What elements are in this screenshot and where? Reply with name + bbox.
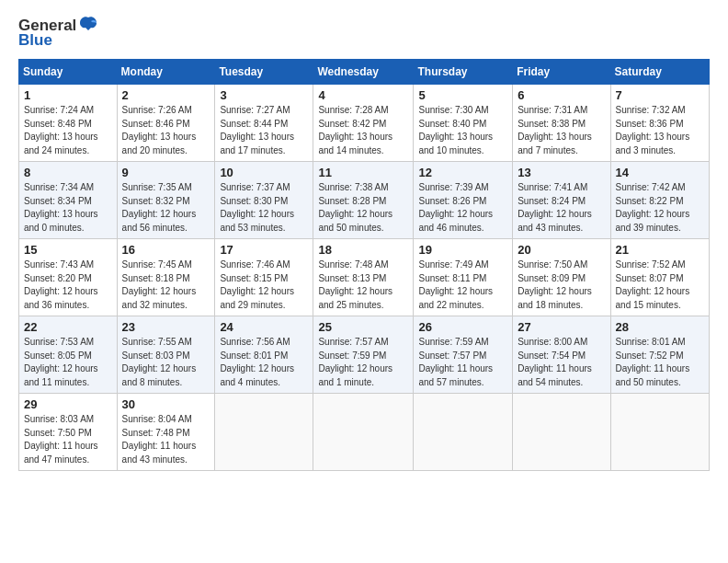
day-info: Sunrise: 7:37 AM Sunset: 8:30 PM Dayligh… (220, 181, 308, 235)
calendar-cell (610, 394, 709, 471)
calendar-week-row: 29Sunrise: 8:03 AM Sunset: 7:50 PM Dayli… (19, 394, 710, 471)
calendar-cell (513, 394, 610, 471)
day-number: 24 (220, 320, 308, 334)
logo-bird-icon (78, 16, 98, 34)
day-info: Sunrise: 7:27 AM Sunset: 8:44 PM Dayligh… (220, 104, 308, 157)
day-info: Sunrise: 7:52 AM Sunset: 8:07 PM Dayligh… (616, 259, 704, 312)
calendar-cell: 16Sunrise: 7:45 AM Sunset: 8:18 PM Dayli… (117, 239, 215, 316)
calendar-cell: 24Sunrise: 7:56 AM Sunset: 8:01 PM Dayli… (215, 316, 313, 394)
weekday-tuesday: Tuesday (215, 60, 313, 85)
day-info: Sunrise: 7:28 AM Sunset: 8:42 PM Dayligh… (318, 104, 408, 157)
calendar-cell (414, 394, 513, 471)
day-number: 13 (518, 166, 605, 179)
calendar-cell: 19Sunrise: 7:49 AM Sunset: 8:11 PM Dayli… (414, 239, 513, 316)
day-info: Sunrise: 7:50 AM Sunset: 8:09 PM Dayligh… (518, 259, 605, 312)
calendar-cell: 29Sunrise: 8:03 AM Sunset: 7:50 PM Dayli… (19, 394, 118, 471)
calendar-cell: 22Sunrise: 7:53 AM Sunset: 8:05 PM Dayli… (19, 316, 118, 394)
logo-blue-text: Blue (18, 31, 52, 50)
calendar-week-row: 8Sunrise: 7:34 AM Sunset: 8:34 PM Daylig… (19, 162, 710, 239)
calendar-cell: 28Sunrise: 8:01 AM Sunset: 7:52 PM Dayli… (610, 316, 709, 394)
calendar-cell: 23Sunrise: 7:55 AM Sunset: 8:03 PM Dayli… (117, 316, 215, 394)
day-info: Sunrise: 7:41 AM Sunset: 8:24 PM Dayligh… (518, 181, 605, 235)
calendar-week-row: 22Sunrise: 7:53 AM Sunset: 8:05 PM Dayli… (19, 316, 710, 394)
calendar-cell: 14Sunrise: 7:42 AM Sunset: 8:22 PM Dayli… (610, 162, 709, 239)
calendar-cell: 30Sunrise: 8:04 AM Sunset: 7:48 PM Dayli… (117, 394, 215, 471)
day-info: Sunrise: 8:01 AM Sunset: 7:52 PM Dayligh… (616, 336, 704, 389)
calendar-cell: 17Sunrise: 7:46 AM Sunset: 8:15 PM Dayli… (215, 239, 313, 316)
day-info: Sunrise: 7:55 AM Sunset: 8:03 PM Dayligh… (122, 336, 210, 389)
day-number: 30 (122, 397, 210, 411)
day-number: 20 (518, 243, 605, 257)
calendar-cell: 3Sunrise: 7:27 AM Sunset: 8:44 PM Daylig… (215, 85, 313, 162)
calendar-cell: 11Sunrise: 7:38 AM Sunset: 8:28 PM Dayli… (313, 162, 414, 239)
weekday-thursday: Thursday (414, 60, 513, 85)
calendar-cell: 26Sunrise: 7:59 AM Sunset: 7:57 PM Dayli… (414, 316, 513, 394)
day-info: Sunrise: 8:04 AM Sunset: 7:48 PM Dayligh… (122, 413, 210, 466)
day-info: Sunrise: 7:48 AM Sunset: 8:13 PM Dayligh… (318, 259, 408, 312)
day-info: Sunrise: 7:35 AM Sunset: 8:32 PM Dayligh… (122, 181, 210, 235)
day-number: 16 (122, 243, 210, 257)
day-info: Sunrise: 7:34 AM Sunset: 8:34 PM Dayligh… (24, 181, 112, 235)
calendar-cell: 6Sunrise: 7:31 AM Sunset: 8:38 PM Daylig… (513, 85, 610, 162)
calendar-cell: 25Sunrise: 7:57 AM Sunset: 7:59 PM Dayli… (313, 316, 414, 394)
day-number: 25 (318, 320, 408, 334)
calendar-cell: 18Sunrise: 7:48 AM Sunset: 8:13 PM Dayli… (313, 239, 414, 316)
day-number: 2 (122, 88, 210, 102)
calendar-cell: 20Sunrise: 7:50 AM Sunset: 8:09 PM Dayli… (513, 239, 610, 316)
day-info: Sunrise: 7:49 AM Sunset: 8:11 PM Dayligh… (418, 259, 507, 312)
calendar-cell: 5Sunrise: 7:30 AM Sunset: 8:40 PM Daylig… (414, 85, 513, 162)
day-number: 3 (220, 88, 308, 102)
calendar-table: SundayMondayTuesdayWednesdayThursdayFrid… (18, 59, 710, 471)
weekday-monday: Monday (117, 60, 215, 85)
calendar-cell: 15Sunrise: 7:43 AM Sunset: 8:20 PM Dayli… (19, 239, 118, 316)
calendar-cell (215, 394, 313, 471)
day-info: Sunrise: 7:39 AM Sunset: 8:26 PM Dayligh… (418, 181, 507, 235)
calendar-cell: 7Sunrise: 7:32 AM Sunset: 8:36 PM Daylig… (610, 85, 709, 162)
day-number: 18 (318, 243, 408, 257)
day-number: 1 (24, 88, 112, 102)
calendar-cell: 1Sunrise: 7:24 AM Sunset: 8:48 PM Daylig… (19, 85, 118, 162)
day-number: 27 (518, 320, 605, 334)
day-info: Sunrise: 7:56 AM Sunset: 8:01 PM Dayligh… (220, 336, 308, 389)
day-number: 12 (418, 166, 507, 179)
calendar-cell: 4Sunrise: 7:28 AM Sunset: 8:42 PM Daylig… (313, 85, 414, 162)
day-info: Sunrise: 7:24 AM Sunset: 8:48 PM Dayligh… (24, 104, 112, 157)
calendar-week-row: 15Sunrise: 7:43 AM Sunset: 8:20 PM Dayli… (19, 239, 710, 316)
weekday-wednesday: Wednesday (313, 60, 414, 85)
day-info: Sunrise: 7:31 AM Sunset: 8:38 PM Dayligh… (518, 104, 605, 157)
calendar-cell: 21Sunrise: 7:52 AM Sunset: 8:07 PM Dayli… (610, 239, 709, 316)
weekday-friday: Friday (513, 60, 610, 85)
day-number: 5 (418, 88, 507, 102)
weekday-sunday: Sunday (19, 60, 118, 85)
calendar-page: General Blue SundayMondayTuesdayWednesda… (0, 0, 728, 480)
calendar-week-row: 1Sunrise: 7:24 AM Sunset: 8:48 PM Daylig… (19, 85, 710, 162)
day-info: Sunrise: 7:57 AM Sunset: 7:59 PM Dayligh… (318, 336, 408, 389)
day-info: Sunrise: 7:26 AM Sunset: 8:46 PM Dayligh… (122, 104, 210, 157)
calendar-cell: 12Sunrise: 7:39 AM Sunset: 8:26 PM Dayli… (414, 162, 513, 239)
day-number: 10 (220, 166, 308, 179)
day-number: 21 (616, 243, 704, 257)
calendar-cell: 2Sunrise: 7:26 AM Sunset: 8:46 PM Daylig… (117, 85, 215, 162)
day-info: Sunrise: 7:38 AM Sunset: 8:28 PM Dayligh… (318, 181, 408, 235)
page-header: General Blue (18, 17, 710, 50)
day-number: 26 (418, 320, 507, 334)
weekday-saturday: Saturday (610, 60, 709, 85)
day-number: 19 (418, 243, 507, 257)
day-info: Sunrise: 7:43 AM Sunset: 8:20 PM Dayligh… (24, 259, 112, 312)
day-number: 6 (518, 88, 605, 102)
day-number: 8 (24, 166, 112, 179)
day-info: Sunrise: 7:42 AM Sunset: 8:22 PM Dayligh… (616, 181, 704, 235)
day-number: 4 (318, 88, 408, 102)
calendar-cell: 10Sunrise: 7:37 AM Sunset: 8:30 PM Dayli… (215, 162, 313, 239)
calendar-cell: 13Sunrise: 7:41 AM Sunset: 8:24 PM Dayli… (513, 162, 610, 239)
calendar-cell (313, 394, 414, 471)
day-info: Sunrise: 8:03 AM Sunset: 7:50 PM Dayligh… (24, 413, 112, 466)
day-number: 22 (24, 320, 112, 334)
day-number: 14 (616, 166, 704, 179)
calendar-cell: 27Sunrise: 8:00 AM Sunset: 7:54 PM Dayli… (513, 316, 610, 394)
calendar-cell: 8Sunrise: 7:34 AM Sunset: 8:34 PM Daylig… (19, 162, 118, 239)
day-info: Sunrise: 7:59 AM Sunset: 7:57 PM Dayligh… (418, 336, 507, 389)
day-number: 17 (220, 243, 308, 257)
weekday-header-row: SundayMondayTuesdayWednesdayThursdayFrid… (19, 60, 710, 85)
day-info: Sunrise: 7:32 AM Sunset: 8:36 PM Dayligh… (616, 104, 704, 157)
